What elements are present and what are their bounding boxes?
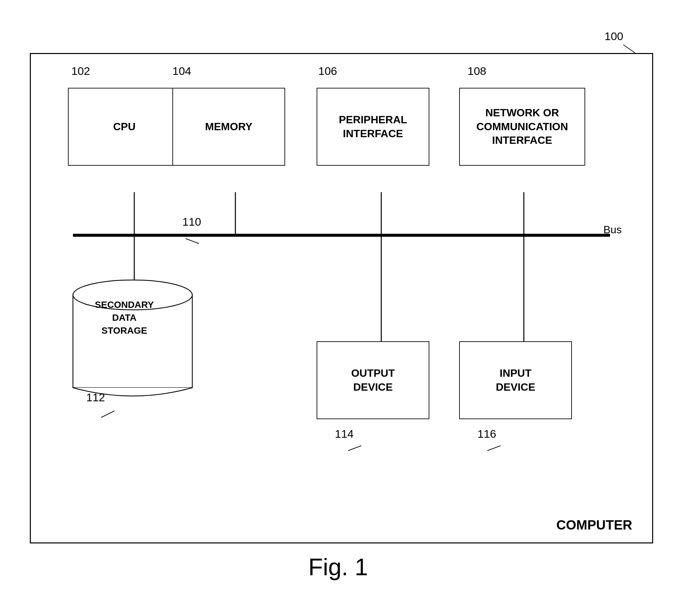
computer-label: COMPUTER	[556, 518, 632, 533]
fig-caption: Fig. 1	[20, 553, 656, 580]
ref-106: 106	[318, 65, 337, 78]
network-interface-box: NETWORK OR COMMUNICATION INTERFACE	[459, 88, 585, 166]
ref-108: 108	[467, 65, 486, 78]
ref-100: 100	[604, 30, 623, 43]
ref-102: 102	[71, 65, 90, 78]
ref-110: 110	[182, 215, 201, 228]
cpu-box: CPU	[68, 88, 181, 166]
output-device-box: OUTPUT DEVICE	[316, 341, 429, 419]
bus-label: Bus	[603, 224, 622, 236]
peripheral-interface-box: PERIPHERAL INTERFACE	[316, 88, 429, 166]
ref-104: 104	[173, 65, 191, 78]
ref-112: 112	[86, 391, 105, 404]
input-device-box: INPUT DEVICE	[459, 341, 572, 419]
diagram-container: 100 COMPUTER	[20, 27, 656, 590]
ref-114: 114	[335, 427, 354, 440]
secondary-storage-label: SECONDARY DATA STORAGE	[68, 298, 181, 337]
memory-box: MEMORY	[173, 88, 285, 166]
ref-116: 116	[478, 427, 496, 440]
